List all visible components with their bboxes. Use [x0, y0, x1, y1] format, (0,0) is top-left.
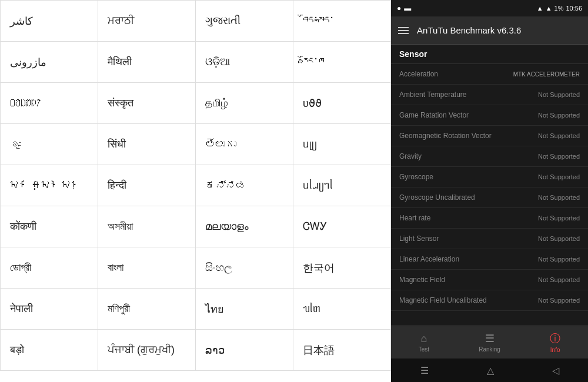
nav-item-test[interactable]: ⌂Test	[391, 333, 457, 353]
sensor-row: Magnetic FieldNot Supported	[391, 270, 588, 290]
status-left: ● ▬	[397, 4, 411, 12]
wifi-icon: ▲	[537, 5, 543, 12]
language-grid: کاشرਮਰਾਠੀગુજરાતીབོད་སྐད་مازرونیमैथिलीଓଡ଼…	[0, 0, 391, 371]
sensor-value: Not Supported	[538, 235, 580, 242]
language-cell: बड़ो	[1, 330, 98, 371]
language-cell: རྫོང་ཁ	[293, 42, 391, 83]
sensor-name: Light Sensor	[399, 234, 439, 243]
language-cell: υϑϑ	[293, 83, 391, 124]
sensor-value: Not Supported	[538, 276, 580, 283]
sensor-name: Gyroscope Uncalibrated	[399, 193, 475, 202]
sensor-name: Linear Acceleration	[399, 255, 459, 263]
language-cell: کاشر	[1, 1, 98, 42]
language-cell: བོད་སྐད་	[293, 1, 391, 42]
language-cell: ᩁᩬᩡ	[1, 124, 98, 165]
sensor-row: Heart rateNot Supported	[391, 208, 588, 229]
sensor-name: Geomagnetic Rotation Vector	[399, 132, 492, 140]
sensor-name: Game Ratation Vector	[399, 111, 469, 119]
language-cell: सिंधी	[98, 124, 196, 165]
nav-test-icon: ⌂	[420, 333, 427, 345]
nav-item-ranking[interactable]: ☰Ranking	[457, 332, 523, 353]
sensor-value: Not Supported	[538, 194, 580, 201]
sensor-value: Not Supported	[538, 256, 580, 263]
language-cell: ᥙᥣᥘᥩᥐᥣ	[293, 165, 391, 206]
language-cell: 한국어	[293, 247, 391, 289]
sensor-value: Not Supported	[538, 173, 580, 180]
language-cell: ডোগ্রী	[1, 247, 98, 289]
sensor-value: Not Supported	[538, 91, 580, 98]
nav-test-label: Test	[419, 346, 429, 353]
language-cell: ᠠᠮᠭᠠᠯᠠᠨ	[1, 165, 98, 206]
nav-info-icon: ⓘ	[550, 331, 560, 346]
sensor-name: Gravity	[399, 152, 422, 160]
nav-ranking-icon: ☰	[485, 332, 495, 345]
sensor-row: AccelerationMTK ACCELEROMETER	[391, 64, 588, 85]
sensor-row: Linear AccelerationNot Supported	[391, 249, 588, 270]
language-cell: ਮਰਾਠੀ	[98, 1, 196, 42]
sensor-value: MTK ACCELEROMETER	[513, 71, 580, 78]
status-right: ▲ ▲ 1% 10:56	[537, 5, 582, 12]
language-cell: मैथिली	[98, 42, 196, 83]
language-cell: ਪੰਜਾਬੀ (ਗੁਰਮੁਖੀ)	[98, 330, 196, 371]
language-cell: ગુજરાતી	[196, 1, 293, 42]
sensor-row: GravityNot Supported	[391, 146, 588, 167]
language-cell: தமிழ்	[196, 83, 293, 124]
time-display: 10:56	[566, 5, 582, 12]
section-label: Sensor	[391, 45, 588, 64]
language-cell: ᱛᱚᱡᱟᱞᱤ	[1, 83, 98, 124]
menu-button[interactable]	[398, 27, 409, 34]
sensor-row: Magnetic Field UncalibratedNot Supported	[391, 290, 588, 311]
language-cell: مازرونی	[1, 42, 98, 83]
language-grid-panel: کاشرਮਰਾਠੀગુજરાતીབོད་སྐད་مازرونیमैथिलीଓଡ଼…	[0, 0, 391, 382]
app-header: AnTuTu Benchmark v6.3.6	[391, 16, 588, 45]
nav-ranking-label: Ranking	[479, 346, 500, 353]
language-cell: తెలుగు	[196, 124, 293, 165]
signal-icon: ▲	[546, 5, 552, 12]
sensor-list[interactable]: AccelerationMTK ACCELEROMETERAmbient Tem…	[391, 64, 588, 326]
back-nav-icon[interactable]: ◁	[552, 365, 559, 376]
home-nav-icon[interactable]: △	[487, 365, 494, 376]
language-cell: বাংলা	[98, 247, 196, 289]
sensor-name: Gyroscope	[399, 173, 433, 181]
sensor-name: Magnetic Field Uncalibrated	[399, 296, 487, 304]
menu-nav-icon[interactable]: ☰	[420, 365, 429, 376]
sensor-value: Not Supported	[538, 297, 580, 304]
language-cell: कोंकणी	[1, 206, 98, 247]
bottom-nav: ⌂Test☰RankingⓘInfo	[391, 326, 588, 358]
media-icon: ▬	[404, 4, 411, 12]
circle-icon: ●	[397, 4, 401, 12]
phone-panel: ● ▬ ▲ ▲ 1% 10:56 AnTuTu Benchmark v6.3.6…	[391, 0, 588, 382]
nav-item-info[interactable]: ⓘInfo	[522, 331, 588, 353]
sensor-name: Ambient Temperature	[399, 91, 467, 99]
sensor-name: Magnetic Field	[399, 276, 445, 284]
nav-info-label: Info	[550, 347, 560, 353]
status-bar: ● ▬ ▲ ▲ 1% 10:56	[391, 0, 588, 16]
sensor-value: Not Supported	[538, 215, 580, 222]
sensor-row: Gyroscope UncalibratedNot Supported	[391, 187, 588, 208]
language-cell: 日本語	[293, 330, 391, 371]
sensor-row: GyroscopeNot Supported	[391, 167, 588, 187]
language-cell: ລາວ	[196, 330, 293, 371]
sensor-value: Not Supported	[538, 112, 580, 119]
language-cell: ไทย	[196, 289, 293, 330]
sensor-value: Not Supported	[538, 153, 580, 160]
sensor-value: Not Supported	[538, 132, 580, 139]
sensor-row: Geomagnetic Rotation VectorNot Supported	[391, 126, 588, 146]
system-nav-bar: ☰ △ ◁	[391, 358, 588, 382]
language-cell: মণিপুরী	[98, 289, 196, 330]
sensor-name: Heart rate	[399, 214, 430, 222]
app-title: AnTuTu Benchmark v6.3.6	[417, 25, 521, 35]
language-cell: ଓଡ଼ିଆ	[196, 42, 293, 83]
language-cell: नेपाली	[1, 289, 98, 330]
language-cell: മലയാളം	[196, 206, 293, 247]
sensor-name: Acceleration	[399, 70, 438, 78]
language-cell: සිංහල	[196, 247, 293, 289]
language-cell: ಕನ್ನಡ	[196, 165, 293, 206]
sensor-row: Ambient TemperatureNot Supported	[391, 85, 588, 105]
language-cell: অসমীয়া	[98, 206, 196, 247]
language-cell: ᏣᎳᎩ	[293, 206, 391, 247]
language-cell: हिन्दी	[98, 165, 196, 206]
battery-level: 1%	[554, 5, 564, 12]
sensor-row: Game Ratation VectorNot Supported	[391, 105, 588, 126]
sensor-row: Light SensorNot Supported	[391, 229, 588, 249]
